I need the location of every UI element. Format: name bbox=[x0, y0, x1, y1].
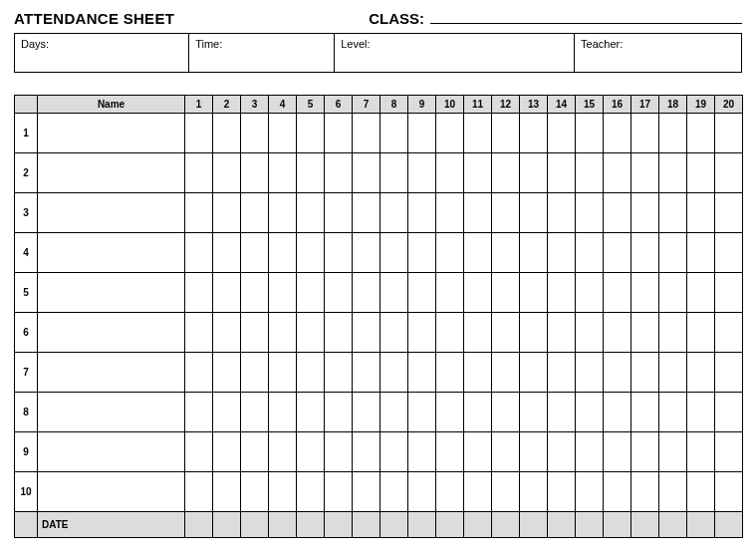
attendance-cell[interactable] bbox=[631, 472, 659, 512]
attendance-cell[interactable] bbox=[380, 353, 408, 393]
attendance-cell[interactable] bbox=[631, 233, 659, 273]
attendance-cell[interactable] bbox=[269, 432, 297, 472]
attendance-cell[interactable] bbox=[408, 114, 436, 153]
attendance-cell[interactable] bbox=[492, 153, 520, 193]
attendance-cell[interactable] bbox=[715, 432, 743, 472]
attendance-cell[interactable] bbox=[185, 273, 213, 313]
attendance-cell[interactable] bbox=[213, 273, 241, 313]
attendance-cell[interactable] bbox=[213, 313, 241, 353]
attendance-cell[interactable] bbox=[520, 233, 548, 273]
attendance-cell[interactable] bbox=[548, 393, 576, 432]
attendance-cell[interactable] bbox=[380, 153, 408, 193]
attendance-cell[interactable] bbox=[353, 472, 380, 512]
attendance-cell[interactable] bbox=[353, 313, 380, 353]
attendance-cell[interactable] bbox=[464, 233, 492, 273]
attendance-cell[interactable] bbox=[464, 153, 492, 193]
attendance-cell[interactable] bbox=[408, 193, 436, 233]
attendance-cell[interactable] bbox=[687, 432, 715, 472]
attendance-cell[interactable] bbox=[492, 353, 520, 393]
attendance-cell[interactable] bbox=[380, 233, 408, 273]
attendance-cell[interactable] bbox=[380, 313, 408, 353]
attendance-cell[interactable] bbox=[408, 313, 436, 353]
attendance-cell[interactable] bbox=[297, 313, 325, 353]
attendance-cell[interactable] bbox=[269, 472, 297, 512]
attendance-cell[interactable] bbox=[715, 153, 743, 193]
attendance-cell[interactable] bbox=[631, 313, 659, 353]
attendance-cell[interactable] bbox=[436, 114, 464, 153]
attendance-cell[interactable] bbox=[269, 393, 297, 432]
attendance-cell[interactable] bbox=[604, 393, 631, 432]
name-cell[interactable] bbox=[38, 273, 185, 313]
attendance-cell[interactable] bbox=[185, 114, 213, 153]
date-cell[interactable] bbox=[241, 512, 269, 538]
attendance-cell[interactable] bbox=[380, 393, 408, 432]
attendance-cell[interactable] bbox=[185, 393, 213, 432]
attendance-cell[interactable] bbox=[492, 233, 520, 273]
attendance-cell[interactable] bbox=[492, 114, 520, 153]
attendance-cell[interactable] bbox=[325, 193, 353, 233]
attendance-cell[interactable] bbox=[297, 353, 325, 393]
attendance-cell[interactable] bbox=[604, 114, 631, 153]
date-cell[interactable] bbox=[464, 512, 492, 538]
attendance-cell[interactable] bbox=[297, 153, 325, 193]
name-cell[interactable] bbox=[38, 153, 185, 193]
attendance-cell[interactable] bbox=[185, 432, 213, 472]
attendance-cell[interactable] bbox=[464, 353, 492, 393]
attendance-cell[interactable] bbox=[213, 353, 241, 393]
attendance-cell[interactable] bbox=[604, 313, 631, 353]
attendance-cell[interactable] bbox=[408, 273, 436, 313]
attendance-cell[interactable] bbox=[241, 313, 269, 353]
attendance-cell[interactable] bbox=[408, 153, 436, 193]
attendance-cell[interactable] bbox=[241, 233, 269, 273]
class-input-line[interactable] bbox=[430, 10, 742, 24]
attendance-cell[interactable] bbox=[464, 114, 492, 153]
attendance-cell[interactable] bbox=[659, 313, 687, 353]
attendance-cell[interactable] bbox=[241, 273, 269, 313]
attendance-cell[interactable] bbox=[380, 472, 408, 512]
attendance-cell[interactable] bbox=[715, 313, 743, 353]
attendance-cell[interactable] bbox=[436, 393, 464, 432]
attendance-cell[interactable] bbox=[269, 193, 297, 233]
attendance-cell[interactable] bbox=[297, 233, 325, 273]
attendance-cell[interactable] bbox=[492, 472, 520, 512]
date-cell[interactable] bbox=[213, 512, 241, 538]
attendance-cell[interactable] bbox=[325, 273, 353, 313]
attendance-cell[interactable] bbox=[436, 432, 464, 472]
attendance-cell[interactable] bbox=[659, 153, 687, 193]
date-cell[interactable] bbox=[325, 512, 353, 538]
attendance-cell[interactable] bbox=[408, 353, 436, 393]
attendance-cell[interactable] bbox=[520, 472, 548, 512]
attendance-cell[interactable] bbox=[687, 233, 715, 273]
attendance-cell[interactable] bbox=[576, 153, 604, 193]
attendance-cell[interactable] bbox=[241, 393, 269, 432]
attendance-cell[interactable] bbox=[631, 193, 659, 233]
attendance-cell[interactable] bbox=[604, 432, 631, 472]
attendance-cell[interactable] bbox=[213, 153, 241, 193]
date-cell[interactable] bbox=[492, 512, 520, 538]
date-cell[interactable] bbox=[631, 512, 659, 538]
attendance-cell[interactable] bbox=[241, 353, 269, 393]
attendance-cell[interactable] bbox=[492, 393, 520, 432]
attendance-cell[interactable] bbox=[548, 153, 576, 193]
date-cell[interactable] bbox=[436, 512, 464, 538]
attendance-cell[interactable] bbox=[715, 273, 743, 313]
attendance-cell[interactable] bbox=[185, 153, 213, 193]
attendance-cell[interactable] bbox=[576, 472, 604, 512]
attendance-cell[interactable] bbox=[325, 432, 353, 472]
attendance-cell[interactable] bbox=[325, 472, 353, 512]
info-time-cell[interactable]: Time: bbox=[189, 34, 335, 73]
attendance-cell[interactable] bbox=[520, 193, 548, 233]
attendance-cell[interactable] bbox=[408, 393, 436, 432]
attendance-cell[interactable] bbox=[576, 393, 604, 432]
attendance-cell[interactable] bbox=[353, 193, 380, 233]
date-cell[interactable] bbox=[408, 512, 436, 538]
attendance-cell[interactable] bbox=[241, 114, 269, 153]
attendance-cell[interactable] bbox=[576, 313, 604, 353]
attendance-cell[interactable] bbox=[464, 432, 492, 472]
attendance-cell[interactable] bbox=[380, 193, 408, 233]
name-cell[interactable] bbox=[38, 193, 185, 233]
attendance-cell[interactable] bbox=[715, 233, 743, 273]
attendance-cell[interactable] bbox=[576, 432, 604, 472]
date-cell[interactable] bbox=[687, 512, 715, 538]
name-cell[interactable] bbox=[38, 393, 185, 432]
